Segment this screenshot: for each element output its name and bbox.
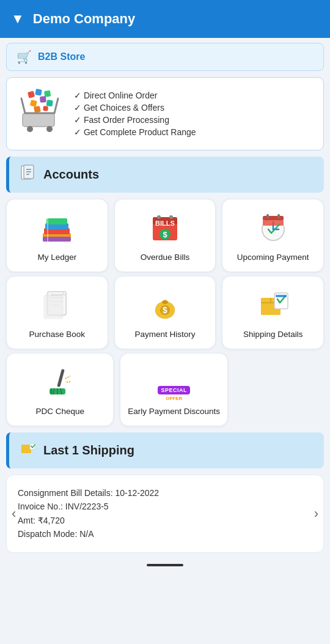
payment-history-label: Payment History <box>134 329 195 340</box>
svg-line-61 <box>65 376 70 379</box>
overdue-bills-label: Overdue Bills <box>141 252 189 263</box>
payment-history-card[interactable]: $ Payment History <box>114 276 216 349</box>
svg-rect-10 <box>43 106 48 111</box>
early-payment-label: Early Payment Discounts <box>128 406 220 417</box>
svg-point-28 <box>169 215 173 219</box>
upcoming-payment-label: Upcoming Payment <box>237 252 309 263</box>
feature-item-3: Fast Order Processing <box>74 115 196 125</box>
last-shipping-header: Last 1 Shipping <box>6 432 324 468</box>
accounts-section-header: Accounts <box>6 157 324 193</box>
b2b-banner-cart-icon <box>16 87 65 140</box>
shipping-details-icon <box>257 289 289 324</box>
app-header: ▼ Demo Company <box>0 0 330 38</box>
feature-item-2: Get Choices & Offers <box>74 103 196 113</box>
svg-rect-35 <box>266 214 269 218</box>
amount: Amt: ₹4,720 <box>18 516 65 525</box>
svg-rect-36 <box>277 214 280 218</box>
last-shipping-title: Last 1 Shipping <box>43 443 134 457</box>
svg-text:BILLS: BILLS <box>155 220 175 227</box>
purchase-book-card[interactable]: Invoice Purchase Book <box>6 276 108 349</box>
svg-rect-3 <box>28 91 35 98</box>
svg-rect-20 <box>43 237 71 242</box>
svg-rect-0 <box>23 113 54 127</box>
dispatch-mode: Dispatch Mode: N/A <box>18 529 94 539</box>
svg-point-1 <box>27 126 33 132</box>
shipping-prev-button[interactable]: ‹ <box>9 503 18 524</box>
b2b-cart-icon: 🛒 <box>16 50 32 64</box>
accounts-cards-row3: PDC Cheque SPECIAL OFFER Early Payment D… <box>6 353 228 426</box>
b2b-features-list: Direct Online Order Get Choices & Offers… <box>74 91 196 137</box>
last-shipping-icon <box>19 440 36 461</box>
shipping-info: Consignment Bill Details: 10-12-2022 Inv… <box>18 486 296 541</box>
special-offer-badge: SPECIAL <box>158 386 190 394</box>
accounts-cards-row1: My Ledger BILLS $ Overdue Bills <box>6 199 324 272</box>
svg-rect-19 <box>46 218 67 224</box>
my-ledger-card[interactable]: My Ledger <box>6 199 108 272</box>
b2b-banner: Direct Online Order Get Choices & Offers… <box>6 77 324 150</box>
svg-rect-43 <box>44 295 62 319</box>
svg-text:$: $ <box>163 305 167 315</box>
payment-history-icon: $ <box>150 289 180 324</box>
overdue-bills-card[interactable]: BILLS $ Overdue Bills <box>114 199 216 272</box>
svg-rect-9 <box>34 106 41 113</box>
svg-rect-5 <box>44 91 51 97</box>
shipping-details-card[interactable]: Shipping Details <box>222 276 324 349</box>
accounts-cards-row2: Invoice Purchase Book $ <box>6 276 324 349</box>
accounts-title: Accounts <box>43 168 99 182</box>
svg-point-27 <box>157 215 161 219</box>
b2b-strip-title: B2B Store <box>38 51 85 62</box>
offer-label: OFFER <box>166 396 182 401</box>
feature-item-4: Get Complete Product Range <box>74 127 196 137</box>
svg-rect-55 <box>57 369 65 387</box>
upcoming-payment-icon <box>258 212 288 247</box>
home-indicator <box>147 564 183 566</box>
company-chevron-icon[interactable]: ▼ <box>11 11 24 27</box>
svg-line-62 <box>67 382 72 382</box>
pdc-cheque-icon <box>45 366 75 401</box>
svg-point-48 <box>162 300 168 304</box>
accounts-icon <box>19 164 36 185</box>
my-ledger-label: My Ledger <box>37 252 76 263</box>
pdc-cheque-card[interactable]: PDC Cheque <box>6 353 114 426</box>
upcoming-payment-card[interactable]: Upcoming Payment <box>222 199 324 272</box>
svg-rect-6 <box>30 100 37 107</box>
overdue-bills-icon: BILLS $ <box>150 212 180 247</box>
pdc-cheque-label: PDC Cheque <box>35 406 84 417</box>
b2b-store-strip: 🛒 B2B Store <box>6 43 324 71</box>
shipping-details-label: Shipping Details <box>243 329 303 340</box>
shipping-next-button[interactable]: › <box>312 503 321 524</box>
shipping-detail-card: ‹ Consignment Bill Details: 10-12-2022 I… <box>6 475 324 553</box>
early-payment-discounts-card[interactable]: SPECIAL OFFER Early Payment Discounts <box>120 353 227 426</box>
feature-item-1: Direct Online Order <box>74 91 196 100</box>
purchase-book-icon: Invoice <box>42 289 72 324</box>
svg-text:$: $ <box>163 230 167 239</box>
svg-rect-4 <box>35 89 42 96</box>
consignment-bill-details: Consignment Bill Details: 10-12-2022 <box>18 488 159 498</box>
svg-point-2 <box>46 126 53 132</box>
bottom-bar <box>0 559 330 575</box>
svg-rect-34 <box>263 216 284 220</box>
svg-rect-65 <box>30 443 35 450</box>
purchase-book-label: Purchase Book <box>29 329 86 340</box>
invoice-number: Invoice No.: INV/2223-5 <box>18 502 109 511</box>
svg-rect-7 <box>40 96 46 103</box>
svg-rect-8 <box>46 100 53 106</box>
svg-rect-54 <box>276 295 287 297</box>
my-ledger-icon <box>42 216 72 247</box>
company-name: Demo Company <box>33 11 135 27</box>
